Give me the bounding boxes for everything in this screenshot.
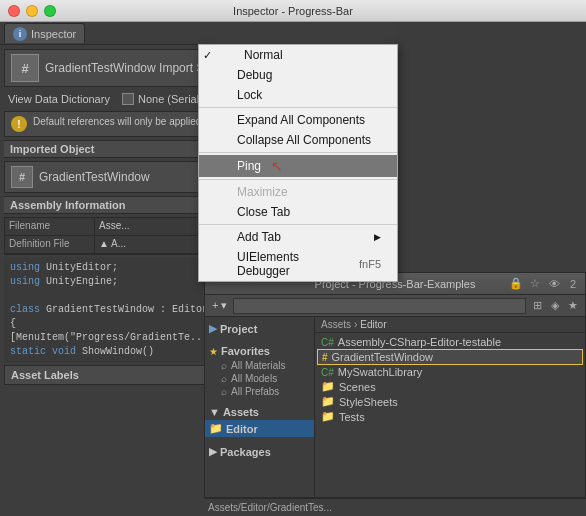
menu-item-normal[interactable]: Normal	[199, 45, 397, 65]
count-badge: 2	[565, 276, 581, 292]
sidebar-item-all-materials[interactable]: ⌕ All Materials	[205, 359, 314, 372]
menu-sep-2	[199, 152, 397, 153]
menu-sep-4	[199, 224, 397, 225]
toolbar-icon-3[interactable]: ★	[565, 298, 581, 314]
file-item-myswatch[interactable]: C# MySwatchLibrary	[317, 365, 583, 379]
toolbar-icon-1[interactable]: ⊞	[529, 298, 545, 314]
uielements-shortcut: fnF5	[359, 258, 381, 270]
menu-item-uielements[interactable]: UIElements Debugger fnF5	[199, 247, 397, 281]
sidebar-item-editor[interactable]: 📁 Editor	[205, 420, 314, 437]
menu-item-addtab[interactable]: Add Tab	[199, 227, 397, 247]
menu-label-normal: Normal	[244, 48, 283, 62]
search-icon-materials: ⌕	[221, 360, 227, 371]
folder-project-icon: ▶	[209, 322, 217, 335]
editor-folder-icon: 📁	[209, 422, 223, 435]
file-label-tests: Tests	[339, 411, 365, 423]
folder-icon-stylesheets: 📁	[321, 395, 335, 408]
favorites-star-icon: ★	[209, 346, 218, 357]
breadcrumb-sep: ›	[354, 319, 357, 330]
file-item-assembly[interactable]: C# Assembly-CSharp-Editor-testable	[317, 335, 583, 349]
status-text: Assets/Editor/GradientTes...	[208, 502, 332, 513]
favorites-section: ★ Favorites ⌕ All Materials ⌕ All Models…	[205, 340, 314, 401]
hash-icon-gradient: #	[322, 352, 328, 363]
packages-section: ▶ Packages	[205, 440, 314, 463]
view-data-checkbox[interactable]	[122, 93, 134, 105]
sidebar-item-all-prefabs[interactable]: ⌕ All Prefabs	[205, 385, 314, 398]
add-button[interactable]: + ▾	[209, 298, 230, 313]
packages-arrow-icon: ▶	[209, 445, 217, 458]
assets-section: ▼ Assets 📁 Editor	[205, 401, 314, 440]
assets-label: Assets	[223, 406, 259, 418]
menu-label-ping: Ping	[237, 159, 261, 173]
menu-label-collapse: Collapse All Components	[237, 133, 371, 147]
favorites-header[interactable]: ★ Favorites	[205, 343, 314, 359]
window-title: Inspector - Progress-Bar	[233, 5, 353, 17]
project-root-item[interactable]: ▶ Project	[205, 320, 314, 337]
status-bar: Assets/Editor/GradientTes...	[204, 498, 586, 516]
menu-label-debug: Debug	[237, 68, 272, 82]
assembly-label-0: Filename	[5, 218, 95, 235]
menu-item-ping[interactable]: Ping ↖	[199, 155, 397, 177]
file-label-gradienttest: GradientTestWindow	[332, 351, 434, 363]
info-icon: i	[13, 27, 27, 41]
menu-item-closetab[interactable]: Close Tab	[199, 202, 397, 222]
file-list: C# Assembly-CSharp-Editor-testable # Gra…	[315, 333, 585, 426]
menu-label-lock: Lock	[237, 88, 262, 102]
menu-item-lock[interactable]: Lock	[199, 85, 397, 105]
cursor-indicator: ↖	[271, 158, 283, 174]
toolbar-icon-2[interactable]: ◈	[547, 298, 563, 314]
close-button[interactable]	[8, 5, 20, 17]
inspector-tab-label: Inspector	[31, 28, 76, 40]
file-item-tests[interactable]: 📁 Tests	[317, 409, 583, 424]
file-label-scenes: Scenes	[339, 381, 376, 393]
breadcrumb-current: Editor	[360, 319, 386, 330]
eye-icon[interactable]: 👁	[546, 276, 562, 292]
menu-sep-3	[199, 179, 397, 180]
folder-icon-scenes: 📁	[321, 380, 335, 393]
minimize-button[interactable]	[26, 5, 38, 17]
menu-label-addtab: Add Tab	[237, 230, 281, 244]
file-label-assembly: Assembly-CSharp-Editor-testable	[338, 336, 501, 348]
file-item-stylesheets[interactable]: 📁 StyleSheets	[317, 394, 583, 409]
project-panel: Project - Progress-Bar-Examples 🔒 ☆ 👁 2 …	[204, 272, 586, 498]
project-content: ▶ Project ★ Favorites ⌕ All Materials ⌕ …	[205, 317, 585, 497]
view-data-label: View Data Dictionary	[8, 93, 118, 105]
imported-object-icon: #	[11, 166, 33, 188]
sidebar-item-all-models[interactable]: ⌕ All Models	[205, 372, 314, 385]
packages-header[interactable]: ▶ Packages	[205, 443, 314, 460]
menu-label-closetab: Close Tab	[237, 205, 290, 219]
assets-header[interactable]: ▼ Assets	[205, 404, 314, 420]
menu-label-maximize: Maximize	[237, 185, 288, 199]
menu-item-debug[interactable]: Debug	[199, 65, 397, 85]
file-item-scenes[interactable]: 📁 Scenes	[317, 379, 583, 394]
project-toolbar: + ▾ ⊞ ◈ ★	[205, 295, 585, 317]
traffic-lights	[8, 5, 56, 17]
asset-labels-title: Asset Labels	[11, 369, 79, 381]
inspector-tab[interactable]: i Inspector	[4, 23, 85, 43]
assets-arrow-icon: ▼	[209, 406, 220, 418]
project-sidebar-section: ▶ Project	[205, 317, 314, 340]
file-label-stylesheets: StyleSheets	[339, 396, 398, 408]
folder-icon-tests: 📁	[321, 410, 335, 423]
file-item-gradienttest[interactable]: # GradientTestWindow	[317, 349, 583, 365]
lock-icon[interactable]: 🔒	[508, 276, 524, 292]
context-menu: Normal Debug Lock Expand All Components …	[198, 44, 398, 282]
star-icon[interactable]: ☆	[527, 276, 543, 292]
breadcrumb-bar: Assets › Editor	[315, 317, 585, 333]
warning-icon: !	[11, 116, 27, 132]
packages-label: Packages	[220, 446, 271, 458]
inspector-tab-bar: i Inspector	[0, 22, 395, 45]
menu-label-uielements: UIElements Debugger	[237, 250, 353, 278]
menu-item-expand[interactable]: Expand All Components	[199, 110, 397, 130]
breadcrumb-root: Assets	[321, 319, 351, 330]
menu-item-collapse[interactable]: Collapse All Components	[199, 130, 397, 150]
file-label-myswatch: MySwatchLibrary	[338, 366, 422, 378]
cs-icon-assembly: C#	[321, 337, 334, 348]
project-files: Assets › Editor C# Assembly-CSharp-Edito…	[315, 317, 585, 497]
search-icon-prefabs: ⌕	[221, 386, 227, 397]
favorites-label: Favorites	[221, 345, 270, 357]
maximize-button[interactable]	[44, 5, 56, 17]
menu-sep-1	[199, 107, 397, 108]
object-icon: #	[11, 54, 39, 82]
search-input[interactable]	[233, 298, 526, 314]
